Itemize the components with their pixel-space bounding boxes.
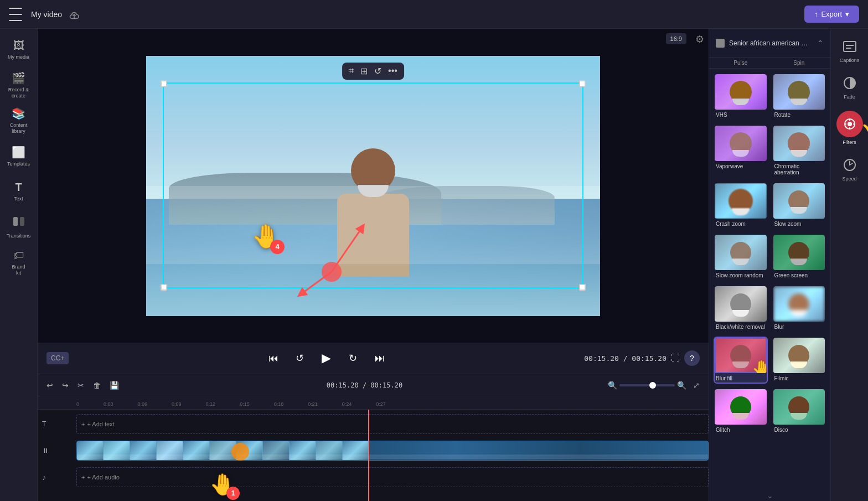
sidebar-item-templates[interactable]: ⬜ Templates (2, 140, 35, 173)
right-sidebar-filters: Senior african american man sm... ⌃ Puls… (709, 29, 830, 501)
panel-item-captions[interactable]: Captions (834, 33, 865, 68)
panel-item-filters[interactable]: 🤚 2 Filters (834, 106, 865, 149)
add-audio-button[interactable]: + + Add audio (76, 467, 709, 487)
track-pause-button[interactable]: ⏸ (42, 447, 49, 454)
filter-disco-thumb (773, 389, 825, 425)
help-button[interactable]: ? (684, 350, 700, 366)
svg-rect-8 (716, 40, 722, 46)
filter-vhs-label: VHS (715, 110, 767, 119)
text-icon: T (15, 181, 22, 194)
filter-green-screen-thumb (773, 235, 825, 270)
filter-crash-zoom-thumb (715, 183, 767, 219)
export-button[interactable]: ↑ Export ▾ (804, 6, 859, 23)
fast-forward-button[interactable]: ↻ (344, 349, 362, 367)
filters-label: Filters (843, 140, 856, 145)
filter-chromatic-label: Chromaticaberration (773, 161, 825, 177)
sidebar-item-transitions[interactable]: Transitions (2, 210, 35, 244)
cut-button[interactable]: ✂ (75, 379, 86, 392)
video-track-bar[interactable] (76, 441, 709, 461)
save-frame-button[interactable]: 💾 (107, 379, 121, 392)
filter-crash-zoom-label: Crash zoom (715, 219, 767, 228)
filter-filmic[interactable]: Filmic (772, 337, 826, 384)
filter-blur[interactable]: Blur (772, 285, 826, 332)
sidebar-scroll-up-icon[interactable]: ⌃ (817, 39, 824, 48)
aspect-ratio-button[interactable]: 16:9 (666, 33, 686, 44)
filters-active-button[interactable] (836, 111, 863, 137)
add-text-button[interactable]: + + Add text (76, 414, 709, 434)
audio-track-content: + + Add audio (76, 467, 709, 487)
add-text-icon: + (81, 421, 85, 427)
filter-disco-label: Disco (773, 425, 825, 434)
fullscreen-button[interactable]: ⛶ (671, 353, 680, 363)
brand-kit-icon: 🏷 (13, 249, 24, 262)
filter-slow-zoom[interactable]: Slow zoom (772, 182, 826, 229)
filter-bw-removal-label: Black/white removal (715, 322, 767, 331)
filter-rotate[interactable]: Rotate (772, 73, 826, 120)
video-track-row: ⏸ (38, 438, 709, 463)
filter-vaporwave[interactable]: Vaporwave (714, 125, 768, 178)
more-options-icon[interactable]: ••• (388, 66, 397, 76)
text-track-content: + + Add text (76, 414, 709, 434)
crop-tool-icon[interactable]: ⌗ (349, 66, 354, 76)
captions-label: Captions (840, 58, 860, 63)
delete-button[interactable]: 🗑 (91, 379, 103, 392)
zoom-out-icon[interactable]: 🔍 (608, 381, 617, 390)
settings-icon[interactable]: ⚙ (695, 33, 704, 45)
zoom-slider[interactable] (619, 384, 675, 386)
audio-track-label: ♪ (38, 473, 76, 482)
text-track-icon: T (42, 420, 46, 428)
filter-disco[interactable]: Disco (772, 388, 826, 435)
right-sidebar-header: Senior african american man sm... ⌃ (709, 29, 830, 58)
filter-bw-removal[interactable]: Black/white removal (714, 285, 768, 332)
panel-item-speed[interactable]: Speed (834, 152, 865, 186)
rewind-button[interactable]: ↺ (291, 349, 309, 367)
sidebar-item-brand-kit[interactable]: 🏷 Brandkit (2, 246, 35, 279)
playback-right: 00:15.20 / 00:15.20 ⛶ ? (584, 350, 700, 366)
ruler-tick-0: 0 (76, 401, 79, 407)
export-chevron: ▾ (845, 10, 849, 18)
filter-blur-fill[interactable]: 🤚 3 Blur fill (714, 337, 768, 384)
filter-slow-zoom-label: Slow zoom (773, 219, 825, 228)
skip-forward-button[interactable]: ⏭ (371, 349, 389, 367)
panel-item-fade[interactable]: Fade (834, 70, 865, 104)
undo-button[interactable]: ↩ (44, 379, 55, 392)
layout-tool-icon[interactable]: ⊞ (360, 66, 368, 76)
sidebar-item-my-media[interactable]: 🖼 My media (2, 33, 35, 66)
sidebar-item-brand-label: Brandkit (12, 264, 25, 276)
zoom-in-icon[interactable]: 🔍 (677, 381, 686, 390)
captions-button[interactable]: CC+ (46, 352, 69, 364)
filter-crash-zoom[interactable]: Crash zoom (714, 182, 768, 229)
sidebar-item-text-label: Text (14, 196, 23, 202)
rotate-tool-icon[interactable]: ↺ (374, 66, 381, 76)
time-display: 00:15.20 / 00:15.20 (584, 354, 666, 363)
menu-button[interactable] (9, 8, 22, 21)
sidebar-item-text[interactable]: T Text (2, 175, 35, 208)
filter-vhs[interactable]: VHS (714, 73, 768, 120)
filter-vaporwave-label: Vaporwave (715, 161, 767, 171)
sidebar-item-record[interactable]: 🎬 Record &create (2, 69, 35, 102)
filter-top-row: Pulse Spin (709, 58, 830, 69)
text-track-row: T + + Add text (38, 412, 709, 436)
ruler-tick-27: 0:27 (376, 401, 386, 407)
filter-green-screen[interactable]: Green screen (772, 234, 826, 281)
sidebar-item-templates-label: Templates (7, 161, 30, 167)
redo-button[interactable]: ↪ (60, 379, 71, 392)
play-button[interactable]: ▶ (318, 349, 335, 367)
ruler-tick-6: 0:06 (138, 401, 148, 407)
filter-glitch-label: Glitch (715, 425, 767, 434)
filter-blur-thumb (773, 286, 825, 322)
content-library-icon: 📚 (12, 107, 25, 120)
video-canvas: ⌗ ⊞ ↺ ••• (146, 56, 600, 316)
filter-chromatic[interactable]: Chromaticaberration (772, 125, 826, 178)
skip-back-button[interactable]: ⏮ (265, 349, 282, 367)
ruler-tick-9: 0:09 (172, 401, 182, 407)
record-icon: 🎬 (12, 71, 25, 85)
ruler-tick-18: 0:18 (274, 401, 284, 407)
filter-slow-zoom-random[interactable]: Slow zoom random (714, 234, 768, 281)
sidebar-item-content-library[interactable]: 📚 Contentlibrary (2, 104, 35, 137)
fade-icon (841, 74, 859, 92)
filter-glitch[interactable]: Glitch (714, 388, 768, 435)
expand-timeline-button[interactable]: ⤢ (691, 379, 702, 392)
center-area: ⚙ 16:9 (38, 29, 709, 501)
scroll-hint[interactable]: ⌄ (709, 490, 830, 501)
